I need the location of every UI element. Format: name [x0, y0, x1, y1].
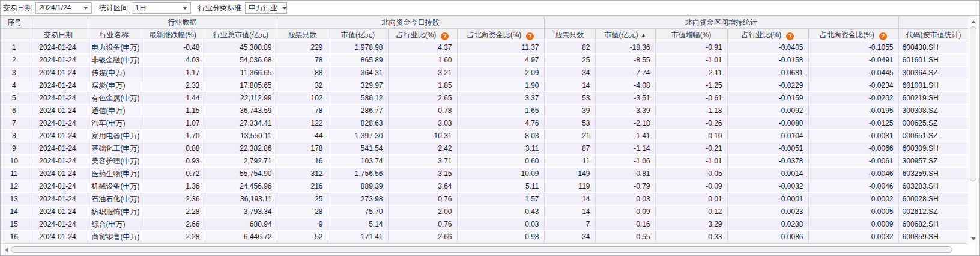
column-header-stock-count-today[interactable]: 股票只数 [277, 29, 328, 41]
cell-latest-change-pct: 1.70 [141, 130, 205, 142]
cell-pct-of-industry-interval: 0.0238 [727, 218, 808, 231]
help-icon[interactable]: ? [879, 32, 887, 40]
column-header-industry-name[interactable]: 行业名称 [88, 29, 141, 41]
cell-pct-of-northbound-interval: -0.0066 [808, 142, 898, 155]
sort-ascending-icon: ▲ [641, 32, 646, 38]
cell-code: 300308.SZ [898, 105, 969, 117]
cell-seq: 9 [1, 142, 29, 155]
cell-pct-of-northbound-interval: -0.0046 [808, 168, 898, 180]
column-header-label: 股票只数 [288, 31, 317, 39]
horizontal-scrollbar[interactable] [1, 243, 968, 255]
help-icon[interactable]: ? [441, 32, 449, 40]
table-row[interactable]: 152024-01-24综合(申万)2.66680.9495.140.760.0… [1, 218, 969, 231]
cell-mv-change-pct: -0.61 [655, 92, 727, 105]
column-header-stock-count-interval[interactable]: 股票只数 [544, 29, 595, 41]
column-header-mv-change-pct[interactable]: 市值增幅(%) [655, 29, 727, 41]
column-header-label: 最新涨跌幅(%) [149, 31, 196, 39]
cell-latest-change-pct: 0.72 [141, 168, 205, 180]
cell-stock-count-interval: 11 [544, 155, 595, 168]
cell-stock-count-interval: 53 [544, 117, 595, 130]
cell-pct-of-industry-interval: -0.0104 [727, 130, 808, 142]
table-row[interactable]: 132024-01-24石油石化(申万)2.3636,193.1125273.9… [1, 193, 969, 206]
industry-standard-select[interactable]: 申万行业 [245, 2, 287, 14]
cell-industry-total-mv: 27,334.41 [205, 117, 277, 130]
cell-industry-name: 综合(申万) [88, 218, 141, 231]
cell-seq: 8 [1, 130, 29, 142]
table-row[interactable]: 52024-01-24有色金属(申万)1.4422,112.99102586.1… [1, 92, 969, 105]
cell-pct-of-industry-today: 0.76 [388, 193, 457, 206]
cell-mv-change-pct: -0.05 [655, 168, 727, 180]
cell-mv-interval: -18.36 [595, 41, 655, 54]
cell-code: 601601.SH [898, 54, 969, 67]
vertical-scroll-thumb[interactable] [970, 26, 976, 181]
table-row[interactable]: 82024-01-24家用电器(申万)1.7013,550.11441,397.… [1, 130, 969, 142]
scroll-up-arrow-icon[interactable] [968, 18, 979, 25]
stat-interval-select[interactable]: 1日 [132, 2, 191, 14]
table-row[interactable]: 12024-01-24电力设备(申万)-0.4845,300.892291,97… [1, 41, 969, 54]
cell-industry-total-mv: 3,793.34 [205, 206, 277, 218]
help-icon[interactable]: ? [786, 32, 794, 40]
cell-trade-date: 2024-01-24 [29, 67, 88, 79]
cell-pct-of-industry-today: 2.42 [388, 142, 457, 155]
column-header-mv-today[interactable]: 市值(亿元) [328, 29, 388, 41]
horizontal-scroll-thumb[interactable] [11, 246, 952, 253]
cell-mv-interval: -8.55 [595, 54, 655, 67]
cell-pct-of-northbound-today: 0.03 [457, 218, 544, 231]
table-row[interactable]: 102024-01-24美容护理(申万)0.932,792.7116103.74… [1, 155, 969, 168]
table-row[interactable]: 62024-01-24通信(申万)1.1536,743.5978286.770.… [1, 105, 969, 117]
cell-trade-date: 2024-01-24 [29, 117, 88, 130]
cell-pct-of-industry-today: 3.71 [388, 155, 457, 168]
table-row[interactable]: 92024-01-24基础化工(申万)0.8822,382.86178541.5… [1, 142, 969, 155]
column-header-pct-of-industry-interval[interactable]: 占行业比(%)? [727, 29, 808, 41]
chevron-down-icon [83, 7, 88, 10]
help-icon[interactable]: ? [526, 32, 534, 40]
table-row[interactable]: 112024-01-24医药生物(申万)0.7255,754.903121,75… [1, 168, 969, 180]
trade-date-select[interactable]: 2024/1/24 [35, 2, 92, 14]
column-header-latest-change-pct[interactable]: 最新涨跌幅(%) [141, 29, 205, 41]
cell-pct-of-industry-interval: -0.0032 [727, 180, 808, 193]
cell-industry-total-mv: 6,446.72 [205, 231, 277, 243]
cell-code: 603259.SH [898, 168, 969, 180]
column-header-trade-date[interactable]: 交易日期 [29, 29, 88, 41]
table-row[interactable]: 162024-01-24商贸零售(申万)2.286,446.7252171.41… [1, 231, 969, 243]
cell-code: 000625.SZ [898, 117, 969, 130]
column-group-4: 北向资金区间增持统计 [544, 16, 898, 29]
cell-mv-today: 1,397.30 [328, 130, 388, 142]
cell-pct-of-industry-today: 3.03 [388, 117, 457, 130]
cell-mv-interval: 0.03 [595, 193, 655, 206]
cell-industry-name: 电力设备(申万) [88, 41, 141, 54]
column-header-pct-of-industry-today[interactable]: 占行业比(%)? [388, 29, 457, 41]
cell-mv-today: 1,756.56 [328, 168, 388, 180]
cell-stock-count-today: 312 [277, 168, 328, 180]
cell-mv-change-pct: 0.12 [655, 206, 727, 218]
cell-trade-date: 2024-01-24 [29, 105, 88, 117]
cell-mv-interval: -3.51 [595, 92, 655, 105]
table-row[interactable]: 142024-01-24纺织服饰(申万)2.283,793.342875.702… [1, 206, 969, 218]
cell-latest-change-pct: 1.07 [141, 117, 205, 130]
table-row[interactable]: 22024-01-24非银金融(申万)4.0354,036.6878865.89… [1, 54, 969, 67]
scroll-down-arrow-icon[interactable] [968, 235, 979, 242]
table-row[interactable]: 42024-01-24煤炭(申万)2.3317,805.6532329.971.… [1, 79, 969, 92]
column-header-seq[interactable] [1, 29, 29, 41]
table-row[interactable]: 32024-01-24传媒(申万)1.1711,366.6588364.313.… [1, 67, 969, 79]
column-header-pct-of-northbound-today[interactable]: 占北向资金比(%)? [457, 29, 544, 41]
cell-pct-of-industry-interval: -0.0681 [727, 67, 808, 79]
cell-industry-total-mv: 2,792.71 [205, 155, 277, 168]
table-row[interactable]: 122024-01-24机械设备(申万)1.3624,456.96216889.… [1, 180, 969, 193]
column-header-mv-interval[interactable]: 市值(亿元)▲ [595, 29, 655, 41]
cell-mv-today: 889.39 [328, 180, 388, 193]
table-row[interactable]: 72024-01-24汽车(申万)1.0727,334.41122828.633… [1, 117, 969, 130]
cell-industry-name: 医药生物(申万) [88, 168, 141, 180]
cell-industry-name: 煤炭(申万) [88, 79, 141, 92]
vertical-scrollbar[interactable] [968, 17, 979, 243]
column-header-code[interactable]: 代码(按市值统计) [898, 29, 969, 41]
header-column-row: 交易日期行业名称最新涨跌幅(%)行业总市值(亿元)股票只数市值(亿元)占行业比(… [1, 29, 969, 41]
cell-stock-count-interval: 53 [544, 92, 595, 105]
cell-trade-date: 2024-01-24 [29, 231, 88, 243]
column-header-pct-of-northbound-interval[interactable]: 占北向资金比(%)? [808, 29, 898, 41]
scroll-left-arrow-icon[interactable] [2, 244, 10, 255]
cell-seq: 3 [1, 67, 29, 79]
column-header-industry-total-mv[interactable]: 行业总市值(亿元) [205, 29, 277, 41]
cell-stock-count-interval: 87 [544, 142, 595, 155]
cell-latest-change-pct: 1.36 [141, 180, 205, 193]
